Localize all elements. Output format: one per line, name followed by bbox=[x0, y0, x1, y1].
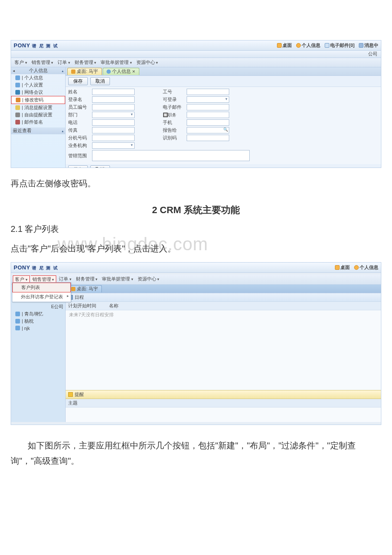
input-staffid[interactable] bbox=[92, 104, 135, 110]
lookup-report[interactable] bbox=[187, 127, 229, 133]
workspace: E公司 | 青岛增忆 | 杨枕 | njk 桌面: 马宇 日程 计划开始时间 名… bbox=[11, 285, 381, 422]
link-personal[interactable]: 个人信息 bbox=[354, 265, 378, 271]
reminder-column-subject: 主题 bbox=[66, 399, 381, 408]
input-phone[interactable] bbox=[92, 119, 135, 126]
sidebar-item-personal-info[interactable]: | 个人信息 bbox=[11, 74, 65, 81]
label-staffid: 员工编号 bbox=[68, 104, 92, 110]
close-icon[interactable]: ✕ bbox=[132, 69, 135, 74]
cancel-button-bottom[interactable]: 取消 bbox=[90, 165, 110, 168]
label-scope: 管辖范围 bbox=[68, 153, 92, 159]
menu-resource[interactable]: 资源中心 bbox=[136, 275, 161, 283]
label-email: 电子邮件 bbox=[163, 104, 187, 110]
select-dept[interactable] bbox=[92, 112, 135, 118]
link-msg[interactable]: 消息中 bbox=[359, 43, 378, 49]
tab-desktop[interactable]: 桌面: 马宇 bbox=[67, 68, 102, 75]
link-personal[interactable]: 个人信息 bbox=[296, 43, 320, 49]
input-idcode[interactable] bbox=[187, 135, 229, 141]
menu-resource[interactable]: 资源中心 bbox=[135, 59, 160, 66]
top-links: 桌面 个人信息 bbox=[335, 265, 378, 271]
sidebar-recent-item[interactable]: | njk bbox=[11, 325, 65, 331]
input-email[interactable] bbox=[187, 104, 229, 110]
user-icon bbox=[107, 69, 111, 74]
form-area: 姓名 工号 登录名 可登录 员工编号 电子邮件 部门 🔲职务 电话 手机 bbox=[66, 87, 381, 164]
dropdown-item-visit-register[interactable]: 外出拜访客户登记表▸ bbox=[12, 292, 71, 302]
sidebar-list: | 青岛增忆 | 杨枕 | njk bbox=[11, 310, 65, 331]
person-icon bbox=[15, 326, 20, 330]
tab-desktop[interactable]: 桌面: 马宇 bbox=[67, 285, 102, 292]
label-idcode: 识别码 bbox=[163, 135, 187, 141]
person-icon bbox=[15, 75, 20, 80]
sidebar-list: | 个人信息 | 个人设置 | 网络会议 | 修改密码 | 消息提醒设置 | 自… bbox=[11, 74, 65, 126]
input-empno[interactable] bbox=[187, 89, 229, 95]
select-canlogin[interactable] bbox=[187, 96, 229, 103]
brand-sub: 谱 尼 测 试 bbox=[32, 43, 58, 49]
input-login[interactable] bbox=[92, 96, 135, 103]
label-name: 姓名 bbox=[68, 89, 92, 95]
menu-bar: 客户 销售管理 订单 财务管理 审批单据管理 资源中心 bbox=[11, 58, 381, 67]
menu-customer[interactable]: 客户 bbox=[13, 59, 29, 66]
menu-approve[interactable]: 审批单据管理 bbox=[100, 275, 135, 283]
collapse-icon[interactable]: ▴ bbox=[62, 129, 63, 133]
home-icon bbox=[71, 287, 75, 291]
link-desktop[interactable]: 桌面 bbox=[277, 43, 292, 49]
sidebar-recent-item[interactable]: | 青岛增忆 bbox=[11, 310, 65, 318]
menu-sales[interactable]: 销售管理 bbox=[30, 59, 55, 66]
select-bizorg[interactable] bbox=[92, 142, 135, 149]
network-icon bbox=[15, 90, 20, 95]
col-name: 名称 bbox=[109, 303, 118, 309]
label-phone: 电话 bbox=[68, 119, 92, 126]
arrow-right-icon: ▸ bbox=[67, 294, 69, 298]
input-ext[interactable] bbox=[92, 135, 135, 141]
reminder-section: 提醒 主题 bbox=[66, 390, 381, 422]
link-email[interactable]: 电子邮件[0] bbox=[325, 43, 355, 49]
tab-personal-info[interactable]: 个人信息✕ bbox=[103, 68, 139, 75]
sidebar-recent-item[interactable]: | 杨枕 bbox=[11, 318, 65, 325]
menu-approve[interactable]: 审批单据管理 bbox=[99, 59, 134, 66]
screenshot-personal-info: PONY 谱 尼 测 试 桌面 个人信息 电子邮件[0] 消息中 公司 客户 销… bbox=[11, 40, 381, 168]
dropdown-item-customer-list[interactable]: 客户列表 bbox=[12, 283, 71, 292]
link-desktop[interactable]: 桌面 bbox=[335, 265, 350, 271]
input-fax[interactable] bbox=[92, 127, 135, 133]
lock-icon bbox=[16, 98, 20, 102]
label-empno: 工号 bbox=[163, 89, 187, 95]
schedule-header: 日程 bbox=[66, 293, 381, 302]
toolbar-top: 保存 取消 bbox=[66, 76, 381, 87]
schedule-columns: 计划开始时间 名称 bbox=[66, 302, 381, 310]
collapse-icon[interactable]: ▴ bbox=[62, 69, 63, 73]
sidebar-item-msg-alert[interactable]: | 消息提醒设置 bbox=[11, 104, 65, 111]
user-icon bbox=[354, 265, 359, 270]
home-icon bbox=[71, 69, 75, 74]
schedule-empty-text: 未来7天没有日程安排 bbox=[66, 310, 381, 390]
brand-logo: PONY 谱 尼 测 试 bbox=[14, 42, 58, 49]
cancel-button[interactable]: 取消 bbox=[90, 77, 110, 85]
input-name[interactable] bbox=[92, 89, 135, 95]
home-icon bbox=[335, 265, 340, 270]
input-title[interactable] bbox=[187, 112, 229, 118]
top-links: 桌面 个人信息 电子邮件[0] 消息中 bbox=[277, 43, 378, 49]
label-canlogin: 可登录 bbox=[163, 96, 187, 103]
doc-text-2: 点击"客户"后会出现"客户列表"，点击进入。 bbox=[11, 241, 381, 256]
toolbar-bottom: 保存 取消 bbox=[66, 164, 381, 168]
menu-order[interactable]: 订单 bbox=[56, 59, 72, 66]
label-fax: 传真 bbox=[68, 127, 92, 133]
alert-icon bbox=[15, 105, 20, 110]
sidebar-item-personal-settings[interactable]: | 个人设置 bbox=[11, 81, 65, 89]
menu-finance[interactable]: 财务管理 bbox=[73, 59, 98, 66]
save-button[interactable]: 保存 bbox=[68, 77, 88, 85]
sidebar-item-signature[interactable]: | 邮件签名 bbox=[11, 119, 65, 126]
main-panel: 桌面: 马宇 个人信息✕ 保存 取消 姓名 工号 登录名 可登录 员工编号 电子… bbox=[66, 67, 381, 168]
sidebar-item-meeting[interactable]: | 网络会议 bbox=[11, 89, 65, 96]
sidebar-item-change-password[interactable]: | 修改密码 bbox=[11, 96, 65, 104]
doc-heading: 2 CRM 系统主要功能 bbox=[11, 204, 381, 217]
menu-finance[interactable]: 财务管理 bbox=[74, 275, 100, 283]
workspace: ◂ 个人信息 ▴ | 个人信息 | 个人设置 | 网络会议 | 修改密码 | 消… bbox=[11, 67, 381, 168]
person-icon bbox=[15, 83, 20, 87]
save-button-bottom[interactable]: 保存 bbox=[68, 165, 88, 168]
warning-icon bbox=[68, 392, 73, 397]
textarea-scope[interactable] bbox=[92, 150, 250, 161]
top-bar: PONY 谱 尼 测 试 桌面 个人信息 bbox=[11, 263, 381, 273]
input-mobile[interactable] bbox=[187, 119, 229, 126]
main-panel: 桌面: 马宇 日程 计划开始时间 名称 未来7天没有日程安排 提醒 主题 bbox=[66, 285, 381, 422]
person-icon bbox=[15, 319, 20, 324]
sidebar-item-free-alert[interactable]: | 自由提醒设置 bbox=[11, 111, 65, 119]
